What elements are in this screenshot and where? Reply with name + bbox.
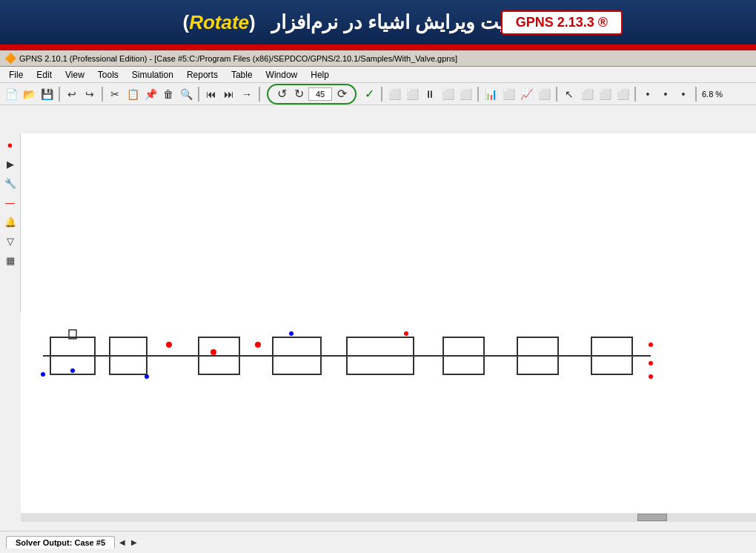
tb-sep7 — [556, 87, 557, 102]
menu-window[interactable]: Window — [260, 68, 304, 82]
svg-point-8 — [166, 342, 172, 348]
tb-first[interactable]: ⏮ — [203, 86, 219, 102]
canvas-area — [21, 133, 756, 522]
svg-point-27 — [649, 342, 653, 347]
status-bar: Solver Output: Case #5 ◀ ▶ — [0, 531, 756, 553]
left-btn-dropdown[interactable]: ▽ — [2, 233, 19, 249]
tb-sep4 — [259, 87, 260, 102]
menu-table[interactable]: Table — [225, 68, 259, 82]
tb-redo[interactable]: ↪ — [82, 86, 98, 102]
tb-delete[interactable]: 🗑 — [160, 86, 176, 102]
tb-select1[interactable]: ⬜ — [579, 86, 595, 102]
left-toolbar: ● ▶ 🔧 — 🔔 ▽ ▦ — [0, 133, 21, 311]
left-btn-line[interactable]: — — [2, 194, 19, 211]
left-btn-arrow[interactable]: ▶ — [2, 156, 19, 172]
tb-arrow-right[interactable]: → — [239, 86, 255, 102]
tb-b6[interactable]: ⬜ — [500, 86, 517, 102]
tb-sep5 — [381, 87, 382, 102]
tb-b4[interactable]: ⬜ — [440, 86, 456, 102]
tb-b5[interactable]: ⬜ — [457, 86, 474, 102]
tb-dot2[interactable]: • — [657, 86, 674, 102]
svg-point-5 — [70, 368, 75, 373]
menu-view[interactable]: View — [59, 68, 90, 82]
svg-point-15 — [289, 331, 294, 336]
menu-file[interactable]: File — [3, 68, 29, 82]
zoom-percent: 6.8 % — [702, 90, 723, 99]
left-btn-tool[interactable]: 🔧 — [2, 175, 19, 191]
diagram-svg — [28, 267, 673, 489]
rotate-ccw-button[interactable]: ↺ — [274, 87, 289, 102]
tb-sep2 — [102, 87, 103, 102]
tb-sep6 — [477, 87, 479, 102]
tb-select2[interactable]: ⬜ — [597, 86, 613, 102]
left-btn-bell[interactable]: 🔔 — [2, 213, 19, 230]
header-italic: Rotate — [189, 11, 249, 33]
left-btn-grid[interactable]: ▦ — [2, 252, 19, 268]
rotate-angle-input[interactable]: 45 — [308, 87, 332, 101]
svg-point-26 — [145, 374, 149, 379]
svg-point-29 — [649, 374, 653, 379]
left-btn-circle[interactable]: ● — [2, 136, 19, 153]
menu-tools[interactable]: Tools — [92, 68, 125, 82]
header-paren-close: ) — [182, 11, 189, 33]
title-bar: 🔶 GPNS 2.10.1 (Professional Edition) - [… — [0, 50, 756, 67]
menu-help[interactable]: Help — [305, 68, 335, 82]
h-scrollbar[interactable] — [21, 513, 756, 522]
menu-reports[interactable]: Reports — [181, 68, 224, 82]
rotate-cw-button[interactable]: ↻ — [291, 87, 306, 102]
gpns-badge: GPNS 2.13.3 ® — [501, 10, 623, 35]
title-bar-text: GPNS 2.10.1 (Professional Edition) - [Ca… — [19, 54, 457, 63]
tb-select3[interactable]: ⬜ — [614, 86, 631, 102]
tb-graph[interactable]: 📈 — [518, 86, 534, 102]
header-banner: ارائه قابلیت ویرایش اشیاء در نرم‌افزار (… — [0, 0, 756, 44]
red-stripe — [0, 44, 756, 50]
tb-prev[interactable]: ⏭ — [221, 86, 237, 102]
tb-b7[interactable]: ⬜ — [536, 86, 552, 102]
tb-search[interactable]: 🔍 — [178, 86, 194, 102]
tb-cursor[interactable]: ↖ — [561, 86, 577, 102]
rotate-reset-button[interactable]: ⟳ — [334, 87, 349, 102]
status-arrow-left[interactable]: ◀ — [116, 537, 128, 549]
tb-copy[interactable]: 📋 — [125, 86, 141, 102]
h-scrollbar-thumb[interactable] — [637, 514, 667, 521]
menu-simulation[interactable]: Simulation — [126, 68, 179, 82]
tb-b2[interactable]: ⬜ — [404, 86, 420, 102]
tb-cut[interactable]: ✂ — [107, 86, 123, 102]
svg-point-13 — [255, 342, 261, 348]
tb-sep1 — [59, 87, 60, 102]
tb-undo[interactable]: ↩ — [64, 86, 80, 102]
tb-paste[interactable]: 📌 — [142, 86, 159, 102]
toolbar: 📄 📂 💾 ↩ ↪ ✂ 📋 📌 🗑 🔍 ⏮ ⏭ → ↺ ↻ 45 ⟳ ✓ ⬜ ⬜… — [0, 83, 756, 105]
tb-dot3[interactable]: • — [675, 86, 692, 102]
tb-sep3 — [198, 87, 199, 102]
title-bar-icon: 🔶 — [4, 53, 16, 64]
rotate-group: ↺ ↻ 45 ⟳ — [267, 84, 357, 105]
tb-dot1[interactable]: • — [640, 86, 656, 102]
tb-check-green[interactable]: ✓ — [361, 86, 377, 102]
svg-point-11 — [210, 349, 216, 355]
tb-chart[interactable]: 📊 — [483, 86, 499, 102]
menu-bar: File Edit View Tools Simulation Reports … — [0, 67, 756, 83]
status-arrow-right[interactable]: ▶ — [128, 537, 140, 549]
tb-b3[interactable]: ⏸ — [422, 86, 438, 102]
status-tab-solver[interactable]: Solver Output: Case #5 — [6, 536, 115, 549]
tb-b1[interactable]: ⬜ — [386, 86, 402, 102]
svg-point-18 — [404, 331, 408, 336]
status-tab-label: Solver Output: Case #5 — [16, 538, 105, 547]
svg-point-28 — [649, 361, 653, 365]
badge-text: GPNS 2.13.3 ® — [516, 15, 608, 30]
svg-point-25 — [41, 372, 45, 377]
menu-edit[interactable]: Edit — [30, 68, 58, 82]
header-paren-open: ( — [249, 11, 256, 33]
tb-sep9 — [695, 87, 697, 102]
tb-save[interactable]: 💾 — [39, 86, 55, 102]
tb-new[interactable]: 📄 — [3, 86, 19, 102]
tb-open[interactable]: 📂 — [21, 86, 37, 102]
tb-sep8 — [634, 87, 636, 102]
